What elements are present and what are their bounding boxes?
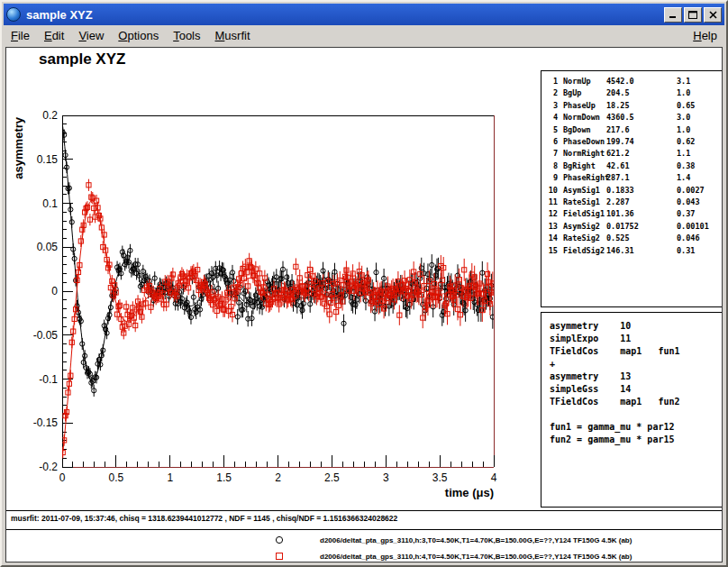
menubar: FileEditViewOptionsToolsMusrfit Help (4, 25, 724, 45)
svg-text:2: 2 (275, 471, 281, 484)
svg-text:-0.15: -0.15 (33, 416, 59, 429)
svg-text:-0.1: -0.1 (39, 373, 58, 386)
parameter-row: 14RateSig20.5250.046 (547, 233, 722, 244)
window-title: sample XYZ (26, 8, 662, 22)
svg-text:asymmetry: asymmetry (12, 116, 25, 178)
svg-text:2.5: 2.5 (324, 471, 340, 484)
footer-divider-legend (6, 529, 722, 530)
footer-divider-top (6, 510, 722, 511)
svg-text:1.5: 1.5 (216, 471, 232, 484)
circle-marker-icon (273, 534, 286, 546)
parameter-row: 9PhaseRight287.11.4 (547, 172, 722, 184)
close-icon (709, 11, 717, 19)
maximize-icon (688, 11, 697, 19)
minimize-button[interactable] (664, 7, 682, 23)
parameter-row: 6PhaseDown199.740.62 (547, 136, 722, 148)
parameter-row: 15FieldSig2146.310.31 (547, 245, 722, 257)
svg-text:0: 0 (51, 285, 58, 297)
titlebar[interactable]: sample XYZ (4, 4, 724, 25)
svg-text:1: 1 (167, 471, 173, 484)
parameter-row: 4NormDown4360.53.0 (547, 112, 722, 123)
theory-pave[interactable]: asymmetry 10 simplExpo 11 TFieldCos map1… (541, 312, 723, 508)
menu-options[interactable]: Options (111, 26, 166, 45)
parameter-row: 7NormRight621.21.1 (547, 148, 722, 160)
menu-file[interactable]: File (4, 26, 37, 45)
plot-title: sample XYZ (39, 50, 125, 69)
root-canvas[interactable]: sample XYZ -0.2-0.15-0.1-0.0500.050.10.1… (5, 47, 723, 562)
parameter-row: 10AsymSig10.18330.0027 (547, 185, 722, 197)
svg-text:time (μs): time (μs) (445, 486, 494, 499)
theory-text: asymmetry 10 simplExpo 11 TFieldCos map1… (550, 320, 722, 446)
menubar-items: FileEditViewOptionsToolsMusrfit (4, 26, 258, 45)
maximize-button[interactable] (684, 7, 702, 23)
svg-text:4: 4 (491, 471, 497, 484)
legend-label: d2006/deltat_pta_gps_3110,h:4,T0=4.50K,T… (320, 553, 632, 561)
parameter-pave[interactable]: 1NormUp4542.03.12BgUp204.51.03PhaseUp18.… (541, 70, 723, 307)
legend-row: d2006/deltat_pta_gps_3110,h:3,T0=4.50K,T… (6, 532, 722, 548)
parameter-row: 5BgDown217.61.0 (547, 124, 722, 136)
legend-label: d2006/deltat_pta_gps_3110,h:3,T0=4.50K,T… (320, 536, 632, 544)
titlebar-buttons (662, 7, 722, 23)
parameter-row: 11RateSig12.2870.043 (547, 197, 722, 208)
svg-text:0: 0 (59, 471, 66, 484)
parameter-row: 1NormUp4542.03.1 (547, 76, 722, 87)
parameter-row: 2BgUp204.51.0 (547, 87, 722, 99)
svg-text:3: 3 (383, 471, 389, 484)
svg-text:0.2: 0.2 (42, 109, 58, 122)
menu-view[interactable]: View (71, 26, 111, 45)
menu-musrfit[interactable]: Musrfit (208, 26, 258, 45)
parameter-row: 3PhaseUp18.250.65 (547, 100, 722, 112)
svg-text:-0.2: -0.2 (39, 461, 58, 473)
plot-legend[interactable]: d2006/deltat_pta_gps_3110,h:3,T0=4.50K,T… (6, 532, 722, 562)
legend-row: d2006/deltat_pta_gps_3110,h:4,T0=4.50K,T… (6, 548, 722, 562)
menu-tools[interactable]: Tools (166, 26, 207, 45)
svg-text:-0.05: -0.05 (33, 329, 59, 342)
minimize-icon (669, 11, 678, 19)
svg-text:0.1: 0.1 (42, 197, 58, 210)
svg-text:0.5: 0.5 (109, 471, 124, 484)
svg-text:0.05: 0.05 (37, 241, 59, 253)
app-window: sample XYZ FileEditViewOptionsToolsMusrf… (0, 0, 728, 567)
svg-text:0.15: 0.15 (37, 153, 59, 166)
fit-info: musrfit: 2011-07-09, 15:37:46, chisq = 1… (11, 514, 397, 523)
svg-text:3.5: 3.5 (432, 471, 448, 484)
menu-edit[interactable]: Edit (37, 26, 71, 45)
square-marker-icon (273, 550, 286, 562)
asymmetry-plot[interactable]: -0.2-0.15-0.1-0.0500.050.10.150.200.511.… (10, 105, 532, 507)
parameter-row: 13AsymSig20.017520.00101 (547, 221, 722, 233)
menu-help[interactable]: Help (686, 26, 724, 45)
parameter-row: 8BgRight42.610.38 (547, 160, 722, 172)
app-icon (6, 7, 21, 22)
close-button[interactable] (704, 7, 722, 23)
parameter-row: 12FieldSig1101.360.37 (547, 208, 722, 220)
